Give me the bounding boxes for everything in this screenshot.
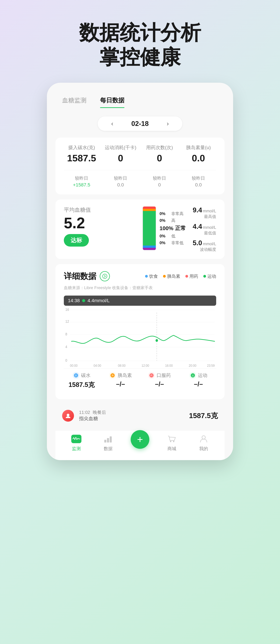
carbs-icon-label: 饮 碳水 xyxy=(64,372,99,379)
stats-divider xyxy=(64,170,216,170)
tab-bar: 血糖监测 每日数据 xyxy=(55,93,225,108)
date-next-button[interactable]: › xyxy=(162,120,174,127)
legend-medication-dot xyxy=(185,275,188,278)
insulin-icon: 胰 xyxy=(109,372,116,379)
legend-medication: 用药 xyxy=(185,273,198,279)
source-info: 血糖来源：Libre Freestyle 收集设备：壹糖家手表 xyxy=(64,285,216,290)
svg-point-12 xyxy=(156,339,158,342)
medication-icon-label: 药 口服药 xyxy=(142,372,177,379)
svg-text:20:00: 20:00 xyxy=(189,364,196,368)
nav-label-profile: 我的 xyxy=(199,446,208,452)
carbs-stat-value: 1587.5克 xyxy=(64,380,99,389)
bs-segment-vlow xyxy=(143,248,156,250)
tooltip-time: 14:38 xyxy=(68,298,80,303)
svg-point-0 xyxy=(103,274,107,278)
legend-insulin: 胰岛素 xyxy=(163,273,180,279)
stat-exercise-diff: 0.0 xyxy=(103,182,138,188)
monitor-icon xyxy=(71,434,81,444)
stat-exercise-compare: 较昨日 0.0 xyxy=(103,175,138,188)
blood-sugar-chart: 16 12 8 4 0 00:00 04:00 xyxy=(64,308,216,372)
stat-carbs-value: 1587.5 xyxy=(64,152,99,164)
stat-carbs-compare: 较昨日 +1587.5 xyxy=(64,175,99,188)
nav-item-add[interactable]: + xyxy=(124,437,156,449)
svg-point-28 xyxy=(67,414,69,416)
svg-text:16:00: 16:00 xyxy=(165,364,173,368)
shop-icon xyxy=(167,434,177,444)
medication-icon: 药 xyxy=(148,372,155,379)
legend-insulin-dot xyxy=(163,275,166,278)
nav-item-monitor[interactable]: 监测 xyxy=(60,434,92,452)
stat-carbs: 摄入碳水(克) 1587.5 xyxy=(64,144,99,165)
entry-info: 11:02 晚餐后 指尖血糖 xyxy=(79,410,106,422)
date-navigator: ‹ 02-18 › xyxy=(98,116,182,131)
svg-text:08:00: 08:00 xyxy=(118,364,126,368)
detail-go-button[interactable] xyxy=(100,271,110,281)
date-display: 02-18 xyxy=(118,120,162,128)
entry-type: 指尖血糖 xyxy=(79,416,106,422)
blood-sugar-card: 平均血糖值 5.2 达标 0% 非常高 0% 高 xyxy=(55,200,225,259)
bottom-stat-medication: 药 口服药 –/– xyxy=(142,372,177,389)
svg-point-32 xyxy=(170,441,171,442)
svg-text:16: 16 xyxy=(65,308,69,312)
bs-percent-labels: 0% 非常高 0% 高 100% 正常 0% 低 0% 非常低 xyxy=(159,211,186,246)
stats-compare-grid: 较昨日 +1587.5 较昨日 0.0 较昨日 0 较昨日 0.0 xyxy=(64,175,216,188)
svg-text:12:00: 12:00 xyxy=(142,364,149,368)
bs-amplitude-row: 5.0 mmol/L 波动幅度 xyxy=(193,239,216,252)
bottom-stat-insulin: 胰 胰岛素 –/– xyxy=(103,372,138,389)
entry-icon xyxy=(62,410,74,422)
bs-max-row: 9.4 mmol/L 最高值 xyxy=(193,206,216,219)
svg-point-33 xyxy=(173,441,174,442)
stats-card: 摄入碳水(克) 1587.5 运动消耗(千卡) 0 用药次数(次) 0 胰岛素量… xyxy=(55,138,225,194)
svg-text:04:00: 04:00 xyxy=(94,364,101,368)
recent-entry: 11:02 晚餐后 指尖血糖 1587.5克 xyxy=(55,404,225,427)
profile-icon xyxy=(199,434,209,444)
stat-carbs-label: 摄入碳水(克) xyxy=(64,144,99,151)
stat-medication-compare: 较昨日 0 xyxy=(142,175,177,188)
svg-point-34 xyxy=(202,436,205,439)
chart-container[interactable]: 14:38 4.4mmol/L 16 12 8 4 0 xyxy=(64,296,216,363)
bs-segment-high xyxy=(143,209,156,211)
stat-insulin-compare-label: 较昨日 xyxy=(181,175,216,181)
bs-percent-vlow: 0% 非常低 xyxy=(159,240,186,246)
svg-text:运: 运 xyxy=(192,374,194,377)
svg-text:胰: 胰 xyxy=(111,374,114,377)
entry-meal-time: 晚餐后 xyxy=(93,410,106,416)
bs-percent-low: 0% 低 xyxy=(159,233,186,239)
stat-medication: 用药次数(次) 0 xyxy=(142,144,177,165)
insulin-icon-label: 胰 胰岛素 xyxy=(103,372,138,379)
add-button[interactable]: + xyxy=(131,430,149,449)
svg-text:4: 4 xyxy=(65,345,67,349)
monitor-icon-active xyxy=(71,435,81,443)
data-icon xyxy=(103,434,113,444)
nav-item-profile[interactable]: 我的 xyxy=(188,434,220,452)
nav-item-shop[interactable]: 商城 xyxy=(156,434,188,452)
tab-blood-sugar-monitor[interactable]: 血糖监测 xyxy=(55,93,93,108)
legend-exercise-dot xyxy=(203,275,206,278)
svg-text:0: 0 xyxy=(65,358,67,362)
bs-left: 平均血糖值 5.2 达标 xyxy=(64,206,136,246)
date-prev-button[interactable]: ‹ xyxy=(106,120,118,127)
stat-exercise-label: 运动消耗(千卡) xyxy=(103,144,138,151)
stat-medication-value: 0 xyxy=(142,152,177,164)
svg-text:药: 药 xyxy=(150,374,153,377)
bs-min-row: 4.4 mmol/L 最低值 xyxy=(193,223,216,236)
stat-insulin-diff: 0.0 xyxy=(181,182,216,188)
detail-header: 详细数据 饮食 胰岛素 用药 xyxy=(64,271,216,282)
stat-exercise-compare-label: 较昨日 xyxy=(103,175,138,181)
svg-rect-30 xyxy=(107,438,109,442)
bottom-stat-carbs: 饮 碳水 1587.5克 xyxy=(64,372,99,389)
entry-time-row: 11:02 晚餐后 xyxy=(79,410,106,416)
nav-label-data: 数据 xyxy=(104,446,113,452)
exercise-icon-label: 运 运动 xyxy=(181,372,216,379)
bs-label: 平均血糖值 xyxy=(64,206,136,214)
hero-title: 数据统计分析 掌控健康 xyxy=(10,20,270,69)
nav-label-monitor: 监测 xyxy=(72,446,81,452)
detail-title: 详细数据 xyxy=(64,271,96,282)
svg-text:饮: 饮 xyxy=(75,374,77,377)
nav-item-data[interactable]: 数据 xyxy=(92,434,124,452)
bs-bar-chart xyxy=(143,206,156,250)
bs-segment-low xyxy=(143,246,156,248)
legend-diet-dot xyxy=(145,275,148,278)
tab-daily-data[interactable]: 每日数据 xyxy=(93,93,131,108)
stat-medication-compare-label: 较昨日 xyxy=(142,175,177,181)
